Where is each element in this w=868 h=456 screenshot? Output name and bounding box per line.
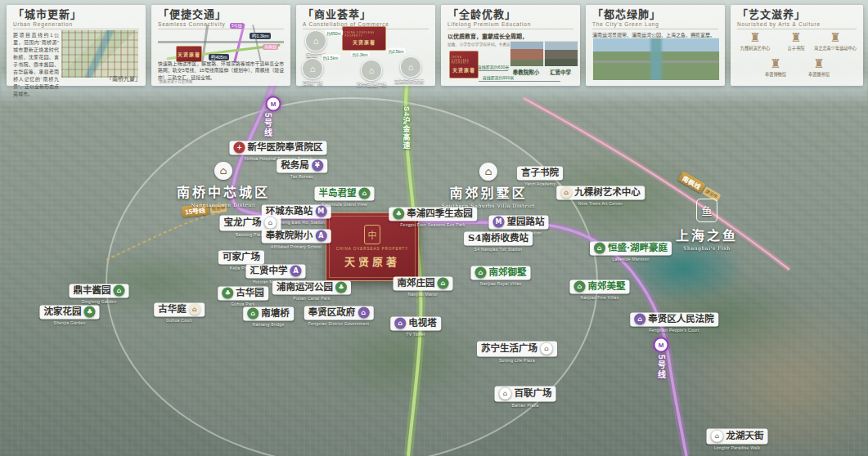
- school-caption: 汇贤中学: [550, 68, 571, 76]
- line5-vertical-label-bottom: 5号线: [655, 355, 668, 381]
- venue-label: 奉贤图书馆: [808, 71, 830, 77]
- garden-icon: ♣: [84, 306, 96, 318]
- project-name: 天贤原著: [353, 38, 376, 46]
- distance-arrow: [479, 70, 508, 71]
- tax-icon: ¥: [312, 160, 323, 172]
- map-label-nantang-bridge: ⌂ 南塘桥 Nantang Bridge: [243, 307, 294, 321]
- park-icon: ♣: [335, 282, 347, 293]
- metro-line5-icon: M: [654, 338, 669, 353]
- residence-icon: ⌂: [574, 281, 586, 293]
- district-name: 南桥中芯城区: [177, 181, 270, 201]
- education-headline: 以优质教育，童蒙成长全周期，: [447, 32, 573, 40]
- district-name-en: Shanghai's Fish: [676, 245, 738, 251]
- landmark-icon: ♜: [740, 31, 770, 44]
- school-caption: 奉教院附小: [513, 68, 540, 76]
- residence-icon: ⌂: [438, 278, 449, 289]
- distance-label: 约2.5km: [387, 48, 406, 54]
- venue-label: 九棵树演艺中心: [740, 45, 770, 51]
- heritage-icon: ⌂: [189, 304, 200, 315]
- map-label-hengsheng: ⌂ 恒盛·湖畔豪庭 Lakeside Mansion: [590, 242, 672, 256]
- project-brand: CHINA OVERSEAS PROPERTY: [452, 56, 477, 65]
- district-nanqiao-core: ⌂ 南桥中芯城区 Nanqiao Core District: [177, 162, 270, 208]
- government-icon: ⌂: [358, 307, 369, 319]
- map-label-suning-plaza: 苏宁生活广场 ⌂ Suning Life Plaza: [477, 342, 557, 357]
- card-subtitle: Urban Regeneration: [13, 21, 139, 29]
- map-label-tv-tower: ⌂ 电视塔 TV Tower: [390, 317, 441, 331]
- map-label-nanjiao-yushu: ⌂ 南郊御墅 Nanjiao Royal Villas: [471, 266, 531, 280]
- district-shanghai-fish: 鱼 上海之鱼 Shanghai's Fish: [676, 199, 738, 251]
- map-label-fujiao-primary: 奉教院附小 A Affiliated Primary School: [262, 230, 331, 244]
- map-label-shenjia-garden: 沈家花园 ♣ Shenjia Garden: [40, 306, 100, 320]
- card-subtitle: Nourished by Arts & Culture: [737, 21, 857, 29]
- project-brand: CHINA OVERSEAS PROPERTY: [345, 31, 384, 37]
- footnote: *数据来源于百度地图: [158, 78, 192, 83]
- project-badge-mini: CHINA OVERSEAS PROPERTY 天贤原著: [342, 26, 386, 51]
- mall-node-label: 苏宁生活广场: [357, 80, 386, 87]
- mall-node-icon: ⌂: [361, 60, 382, 81]
- mall-node-icon: ⌂: [400, 56, 421, 78]
- card-subtitle: The City's Green Lung: [592, 21, 718, 29]
- map-label-dingfeng: 鼎丰酱园 ⌂ Dingfeng Garden: [70, 284, 129, 298]
- project-name: 天贤原著: [452, 66, 475, 74]
- residence-icon: ⌂: [475, 267, 487, 279]
- distance-arrow: [479, 81, 560, 82]
- transit-diagram: 5号线 南枫线 约1.3km 约405m 天贤原著: [158, 28, 284, 59]
- school-icon: A: [290, 266, 302, 277]
- project-name: 天贤原著: [178, 51, 200, 58]
- landmark-icon: ♜: [814, 31, 857, 44]
- card-title: 「便捷交通」: [158, 9, 284, 20]
- card-title: 「城市更新」: [13, 9, 139, 20]
- venue-label: 奉贤博物馆: [765, 71, 786, 77]
- park-icon: ♣: [393, 208, 404, 220]
- mall-node-label: 百联广场: [303, 78, 322, 86]
- card-title: 「艺文滋养」: [737, 9, 857, 20]
- card-subtitle: Lifelong Premium Education: [447, 21, 573, 29]
- distance-tag: 约1.3km: [250, 33, 271, 39]
- metro-line5-mini: [233, 23, 245, 63]
- residence-icon: ⌂: [359, 188, 371, 199]
- park-icon: ♣: [222, 288, 233, 299]
- map-label-tax-bureau: 税务局 ¥ Tax Bureau: [277, 159, 327, 173]
- mall-node-icon: ⌂: [302, 58, 323, 79]
- map-label-nanjiao-manor: 南郊庄园 ⌂ Nanjiao Manor: [394, 277, 453, 291]
- map-label-nine-trees: ⌂ 九棵树艺术中心 Nine Trees Art Center: [556, 186, 645, 200]
- landmark-icon: ♜: [808, 57, 830, 70]
- distance-label: 约650m: [325, 30, 343, 36]
- school-icon: A: [315, 230, 326, 242]
- map-label-punan-canal-park: 浦南运河公园 ♣ Punan Canal Park: [272, 281, 351, 295]
- shopping-icon: ⌂: [711, 430, 724, 443]
- district-icon: ⌂: [214, 162, 232, 180]
- arts-venue: ♜ 奉贤图书馆: [808, 57, 830, 77]
- card-seamless-connectivity: 「便捷交通」 Seamless Connectivity 5号线 南枫线 约1.…: [151, 5, 290, 86]
- tower-icon: ⌂: [394, 318, 406, 329]
- distance-label: 约1.5km: [322, 55, 340, 60]
- metro-station-icon: M: [315, 206, 326, 217]
- card-title: 「都芯绿肺」: [592, 9, 718, 20]
- fish-logo-icon: 鱼: [696, 199, 717, 222]
- landmark-icon: ♜: [788, 31, 805, 44]
- map-label-district-gov: 奉贤区政府 ⌂ Fengxian District Government: [304, 306, 374, 320]
- card-green-lung: 「都芯绿肺」 The City's Green Lung 浦南运河景观带、浦南运…: [586, 5, 725, 86]
- card-arts-culture: 「艺文滋养」 Nourished by Arts & Culture ♜ 九棵树…: [731, 5, 863, 86]
- district-name-en: Nanqiao Core District: [177, 202, 270, 208]
- road-line: [158, 41, 284, 43]
- road-line: [252, 25, 262, 61]
- shopping-icon: ⌂: [264, 217, 277, 230]
- venue-label: 海之恋青少年运动中心: [814, 45, 857, 51]
- map-label-longhu-paradise-walk: ⌂ 龙湖天街 Longfor Paradise Walk: [707, 429, 768, 445]
- shopping-icon: ⌂: [540, 342, 553, 355]
- residence-icon: ⌂: [594, 243, 605, 254]
- project-badge-mini: 天贤原著: [176, 46, 202, 62]
- card-body-text: 距项目直线约1公里，范围内“南桥源”城市更新正焕发时代新颜，沈家花园、言子书院、…: [13, 32, 59, 98]
- map-label-wangyuan-station: M 望园路站 Wangyuan Rd. Station: [489, 216, 549, 230]
- shopping-icon: ⌂: [499, 387, 512, 400]
- line5-mini-tag: 5号线: [230, 23, 244, 29]
- district-name: 上海之鱼: [676, 225, 738, 244]
- map-label-guhua-park: ♣ 古华园 Guhua Park: [218, 287, 268, 301]
- plan-caption: 「南桥九景」: [106, 74, 141, 83]
- mall-node-icon: ⌂: [305, 30, 326, 51]
- card-urban-regeneration: 「城市更新」 Urban Regeneration 距项目直线约1公里，范围内“…: [7, 5, 146, 86]
- distance-tag: 约405m: [209, 54, 229, 60]
- map-label-huixian-school: 汇贤中学 A Huixian Middle School: [246, 265, 306, 279]
- map-label-bailian-plaza: ⌂ 百联广场 Bailian Plaza: [495, 387, 556, 402]
